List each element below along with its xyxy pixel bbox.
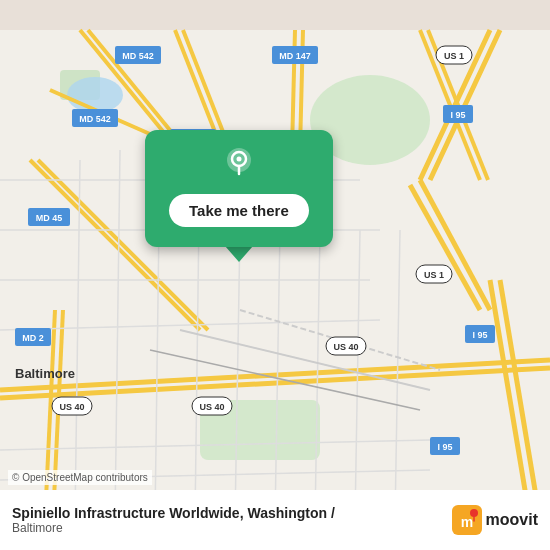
svg-text:I 95: I 95 xyxy=(472,330,487,340)
svg-point-4 xyxy=(67,77,123,113)
map-attribution: © OpenStreetMap contributors xyxy=(8,470,152,485)
location-pin-icon xyxy=(221,146,257,182)
svg-text:Baltimore: Baltimore xyxy=(15,366,75,381)
svg-text:MD 147: MD 147 xyxy=(279,51,311,61)
moovit-logo: m moovit xyxy=(452,505,538,535)
map-popup: Take me there xyxy=(145,130,333,262)
info-bar: Spiniello Infrastructure Worldwide, Wash… xyxy=(0,490,550,550)
svg-text:US 40: US 40 xyxy=(59,402,84,412)
svg-text:MD 542: MD 542 xyxy=(79,114,111,124)
svg-text:MD 542: MD 542 xyxy=(122,51,154,61)
location-title: Spiniello Infrastructure Worldwide, Wash… xyxy=(12,505,452,521)
svg-text:MD 45: MD 45 xyxy=(36,213,63,223)
location-subtitle: Baltimore xyxy=(12,521,452,535)
svg-point-75 xyxy=(236,157,241,162)
svg-text:I 95: I 95 xyxy=(450,110,465,120)
svg-text:I 95: I 95 xyxy=(437,442,452,452)
info-text: Spiniello Infrastructure Worldwide, Wash… xyxy=(12,505,452,535)
svg-text:US 40: US 40 xyxy=(333,342,358,352)
svg-point-78 xyxy=(470,509,478,517)
popup-bubble: Take me there xyxy=(145,130,333,247)
svg-text:m: m xyxy=(460,514,472,530)
take-me-there-button[interactable]: Take me there xyxy=(169,194,309,227)
svg-text:MD 2: MD 2 xyxy=(22,333,44,343)
map-container: MD 542 MD 147 US 1 MD 542 MD 147 MD 45 I… xyxy=(0,0,550,550)
svg-text:US 1: US 1 xyxy=(424,270,444,280)
popup-arrow xyxy=(225,246,253,262)
map-background: MD 542 MD 147 US 1 MD 542 MD 147 MD 45 I… xyxy=(0,0,550,550)
moovit-text: moovit xyxy=(486,511,538,529)
moovit-icon: m xyxy=(452,505,482,535)
svg-text:US 1: US 1 xyxy=(444,51,464,61)
svg-text:US 40: US 40 xyxy=(199,402,224,412)
